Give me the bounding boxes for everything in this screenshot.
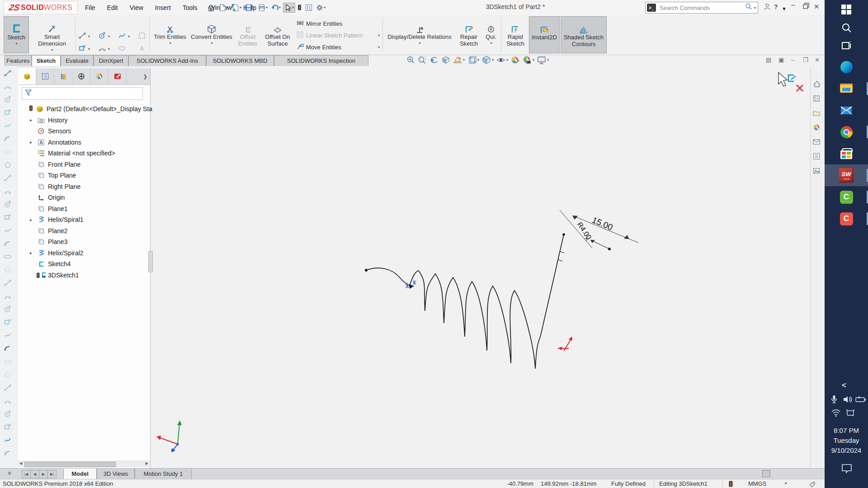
tree-item-plane1[interactable]: Plane1 [30, 203, 68, 214]
search-scope-icon[interactable]: >_ [647, 4, 656, 12]
solidworks-icon[interactable]: SW2018 [825, 164, 868, 186]
left-toolbar-icon[interactable] [4, 384, 14, 394]
dropdown-arrow-icon[interactable] [15, 42, 17, 46]
home-icon[interactable] [206, 3, 217, 13]
tree-item-history[interactable]: ▸History [30, 115, 68, 126]
scrollbar-thumb[interactable] [24, 462, 116, 467]
screen-cast-icon[interactable] [845, 409, 855, 419]
units-label[interactable]: MMGS [748, 480, 766, 487]
dropdown-arrow-icon[interactable] [533, 58, 534, 62]
mail-icon[interactable] [825, 99, 868, 121]
expand-status-icon[interactable]: ▴ [785, 480, 787, 485]
dropdown-arrow-icon[interactable] [378, 33, 380, 38]
left-toolbar-icon[interactable] [4, 371, 14, 381]
helix-sketch-curve[interactable] [410, 235, 564, 369]
trim-entities-button[interactable]: Trim Entities [152, 16, 188, 52]
edit-appearance-icon[interactable] [511, 56, 520, 64]
nav-first-icon[interactable]: |◀ [22, 470, 31, 479]
dimension-linear-label[interactable]: 15.00 [591, 215, 614, 232]
collapse-toolbar-icon[interactable]: « [5, 471, 13, 475]
file-explorer-icon[interactable] [825, 78, 868, 99]
wifi-icon[interactable] [831, 409, 841, 419]
left-toolbar-icon[interactable] [4, 253, 14, 263]
left-toolbar-icon[interactable] [4, 122, 14, 132]
left-toolbar-icon[interactable] [4, 201, 14, 211]
view-settings-icon[interactable] [537, 56, 549, 64]
left-toolbar-icon[interactable] [4, 450, 14, 460]
left-toolbar-icon[interactable] [4, 305, 14, 315]
scroll-left-icon[interactable]: ◀ [19, 461, 22, 465]
instant2d-button[interactable]: Instant2D [529, 16, 560, 53]
left-toolbar-icon[interactable] [4, 436, 14, 446]
graphics-area[interactable]: 15.00 R4.00 [150, 67, 825, 468]
repair-sketch-button[interactable]: Repair Sketch [456, 16, 482, 52]
dropdown-arrow-icon[interactable] [477, 58, 479, 62]
tab-3d-views[interactable]: 3D Views [97, 469, 135, 479]
menu-insert[interactable]: Insert [151, 2, 175, 13]
menu-view[interactable]: View [125, 2, 148, 13]
tab-evaluate[interactable]: Evaluate [61, 55, 94, 66]
file-properties-icon[interactable] [304, 3, 314, 13]
dropdown-arrow-icon[interactable] [240, 5, 241, 9]
left-toolbar-icon[interactable] [4, 174, 14, 184]
tree-item-helix-spiral2[interactable]: ▸Helix/Spiral2 [30, 248, 84, 258]
left-toolbar-icon[interactable] [4, 397, 14, 407]
offset-on-surface-button[interactable]: Offset On Surface [261, 16, 294, 52]
dropdown-arrow-icon[interactable] [169, 41, 171, 45]
dropdown-arrow-icon[interactable] [324, 5, 326, 9]
tree-item-origin[interactable]: Origin [30, 192, 65, 203]
line-tool-icon[interactable] [79, 32, 86, 41]
left-toolbar-icon[interactable] [4, 70, 14, 80]
tab-motion-study-1[interactable]: Motion Study 1 [135, 469, 192, 479]
chrome-icon[interactable] [825, 121, 868, 143]
rect-tool-icon[interactable] [79, 45, 86, 54]
dropdown-arrow-icon[interactable] [253, 5, 255, 9]
task-view-icon[interactable] [825, 37, 868, 54]
circle-tool-icon[interactable] [99, 32, 106, 41]
previous-view-icon[interactable] [429, 56, 439, 64]
dropdown-arrow-icon[interactable] [506, 58, 508, 62]
taskbar-clock[interactable]: 8:07 PM Tuesday 9/10/2024 [825, 426, 868, 455]
left-toolbar-icon[interactable] [4, 266, 14, 276]
volume-icon[interactable] [843, 395, 853, 406]
display-style-icon[interactable] [482, 56, 494, 64]
hide-show-items-icon[interactable] [496, 56, 508, 64]
view-palette-icon[interactable] [813, 167, 823, 177]
save-icon[interactable] [244, 3, 256, 13]
pane-display-icon[interactable]: ▤ [766, 56, 771, 63]
tree-item-annotations[interactable]: ▸AAnnotations [30, 137, 81, 148]
camtasia-icon[interactable]: C [825, 186, 868, 208]
dimxpertmanager-tab[interactable] [72, 68, 90, 84]
close-icon[interactable]: ✕ [814, 3, 820, 11]
shaded-sketch-contours-button[interactable]: Shaded Sketch Contours [561, 16, 607, 53]
rectsel-tool-icon[interactable] [138, 32, 146, 41]
login-person-icon[interactable] [763, 3, 771, 12]
tree-horizontal-scrollbar[interactable]: ◀ ▶ [18, 461, 150, 467]
left-toolbar-icon[interactable] [4, 410, 14, 420]
dropdown-arrow-icon[interactable] [108, 47, 110, 51]
left-toolbar-icon[interactable] [4, 161, 14, 171]
tab-solidworks-mbd[interactable]: SOLIDWORKS MBD [206, 55, 274, 66]
dropdown-arrow-icon[interactable] [490, 41, 492, 45]
menu-tools[interactable]: Tools [178, 2, 202, 13]
dropdown-arrow-icon[interactable] [378, 45, 380, 49]
tab-solidworks-add-ins[interactable]: SOLIDWORKS Add-Ins [128, 55, 206, 66]
displaymanager-tab[interactable] [90, 68, 108, 84]
featuremanager-tab[interactable] [18, 68, 36, 84]
dropdown-arrow-icon[interactable] [128, 34, 130, 38]
options-gear-icon[interactable] [315, 3, 327, 13]
store-icon[interactable] [825, 143, 868, 164]
dropdown-arrow-icon[interactable] [463, 58, 465, 62]
custom-properties-icon[interactable] [813, 153, 823, 163]
cam-tab[interactable]: S [108, 68, 127, 84]
print-icon[interactable] [257, 3, 269, 13]
left-toolbar-icon[interactable] [4, 96, 14, 106]
annotation-views-icon[interactable] [453, 56, 465, 64]
offset-entities-button[interactable]: Offset Entities [236, 16, 259, 52]
doc-restore-icon[interactable]: ❐ [803, 56, 808, 63]
scroll-right-icon[interactable]: ▶ [146, 461, 148, 465]
sketch-spline[interactable] [366, 268, 410, 286]
left-toolbar-icon[interactable] [4, 358, 14, 368]
expand-arrow-icon[interactable]: ▸ [30, 117, 34, 122]
left-toolbar-icon[interactable] [4, 227, 14, 237]
